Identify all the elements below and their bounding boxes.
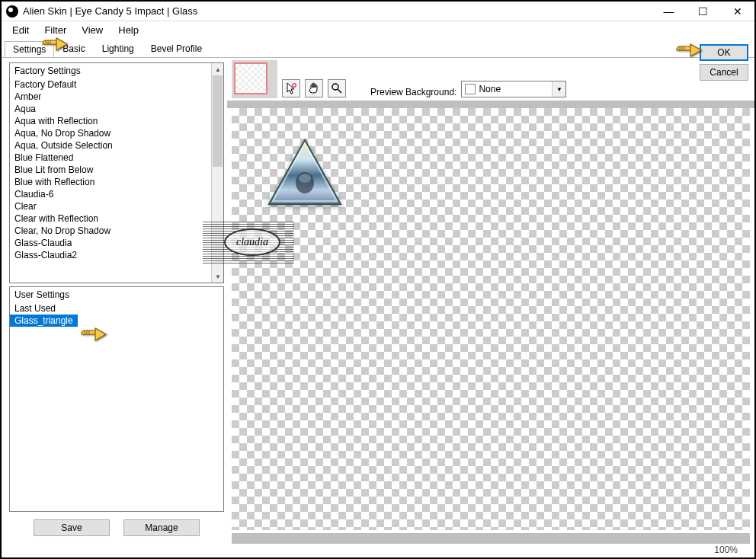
preview-viewport[interactable]: claudia	[232, 108, 750, 530]
tab-bevel-profile[interactable]: Bevel Profile	[143, 40, 210, 56]
watermark: claudia	[203, 221, 294, 264]
manage-button[interactable]: Manage	[123, 519, 200, 536]
svg-line-2	[338, 89, 341, 93]
factory-header: Factory Settings	[10, 63, 223, 78]
user-settings-list[interactable]: User Settings Last Used Glass_triangle	[9, 286, 224, 512]
swatch-icon	[465, 84, 476, 94]
list-item[interactable]: Clear, No Drop Shadow	[10, 225, 223, 237]
tab-bar: Settings Basic Lighting Bevel Profile	[2, 40, 754, 58]
bottom-bar	[232, 533, 750, 544]
window-title: Alien Skin | Eye Candy 5 Impact | Glass	[23, 5, 652, 17]
separator-bar	[227, 101, 754, 108]
content-area: Factory Settings Factory Default Amber A…	[2, 58, 754, 544]
list-item[interactable]: Aqua	[10, 103, 223, 115]
minimize-button[interactable]: —	[652, 2, 686, 21]
left-panel: Factory Settings Factory Default Amber A…	[2, 58, 227, 544]
menu-help[interactable]: Help	[111, 23, 146, 37]
list-item[interactable]: Factory Default	[10, 78, 223, 91]
svg-point-0	[293, 84, 296, 88]
watermark-text: claudia	[224, 228, 280, 256]
top-strip: Preview Background: None ▼	[227, 58, 754, 101]
list-item[interactable]: Clear with Reflection	[10, 212, 223, 225]
hand-tool-icon[interactable]	[305, 79, 323, 97]
preview-object	[267, 139, 343, 207]
maximize-button[interactable]: ☐	[686, 2, 720, 21]
preview-bg-select[interactable]: None ▼	[461, 81, 566, 97]
list-item[interactable]: Blue with Reflection	[10, 176, 223, 188]
tab-basic[interactable]: Basic	[54, 40, 93, 56]
ok-button[interactable]: OK	[700, 44, 748, 61]
preview-bg-control: Preview Background: None ▼	[370, 59, 566, 99]
chevron-down-icon: ▼	[552, 81, 565, 97]
list-item[interactable]: Blue Flattened	[10, 152, 223, 164]
list-item[interactable]: Blue Lit from Below	[10, 164, 223, 176]
user-header: User Settings	[10, 287, 223, 302]
pointer-tool-icon[interactable]	[282, 79, 300, 97]
close-button[interactable]: ✕	[720, 2, 754, 21]
menu-filter[interactable]: Filter	[37, 23, 74, 37]
factory-settings-list[interactable]: Factory Settings Factory Default Amber A…	[9, 62, 224, 283]
list-item[interactable]: Claudia-6	[10, 188, 223, 200]
scroll-thumb[interactable]	[213, 75, 223, 167]
menu-edit[interactable]: Edit	[5, 23, 37, 37]
list-item[interactable]: Clear	[10, 200, 223, 212]
list-item[interactable]: Glass-Claudia2	[10, 249, 223, 261]
preview-bg-value: None	[479, 84, 501, 94]
svg-point-6	[299, 174, 311, 183]
zoom-tool-icon[interactable]	[328, 79, 346, 97]
button-row: Save Manage	[9, 515, 224, 541]
save-button[interactable]: Save	[34, 519, 110, 536]
cancel-button[interactable]: Cancel	[700, 64, 748, 81]
navigator-thumbnail[interactable]	[232, 60, 277, 98]
menu-bar: Edit Filter View Help	[2, 21, 754, 38]
right-area: OK Cancel Preview Background:	[227, 58, 754, 544]
zoom-level: 100%	[714, 545, 738, 555]
tab-settings[interactable]: Settings	[5, 41, 54, 57]
menu-view[interactable]: View	[74, 23, 111, 37]
navigator-inner	[234, 62, 267, 94]
preview-bg-label: Preview Background:	[370, 87, 456, 97]
list-item[interactable]: Glass-Claudia	[10, 237, 223, 249]
list-item[interactable]: Aqua with Reflection	[10, 115, 223, 127]
list-item[interactable]: Aqua, Outside Selection	[10, 139, 223, 152]
tool-row	[280, 59, 346, 99]
list-item-selected[interactable]: Glass_triangle	[10, 315, 78, 327]
scroll-down-icon[interactable]: ▼	[212, 270, 224, 283]
scroll-up-icon[interactable]: ▲	[212, 63, 224, 75]
app-icon	[6, 5, 18, 18]
dialog-buttons: OK Cancel	[700, 44, 748, 81]
svg-point-1	[332, 84, 338, 90]
list-item[interactable]: Aqua, No Drop Shadow	[10, 127, 223, 139]
tab-lighting[interactable]: Lighting	[94, 40, 143, 56]
status-bar: 100%	[3, 544, 753, 556]
list-item[interactable]: Last Used	[10, 302, 223, 315]
list-item[interactable]: Amber	[10, 91, 223, 103]
title-bar: Alien Skin | Eye Candy 5 Impact | Glass …	[2, 2, 754, 21]
